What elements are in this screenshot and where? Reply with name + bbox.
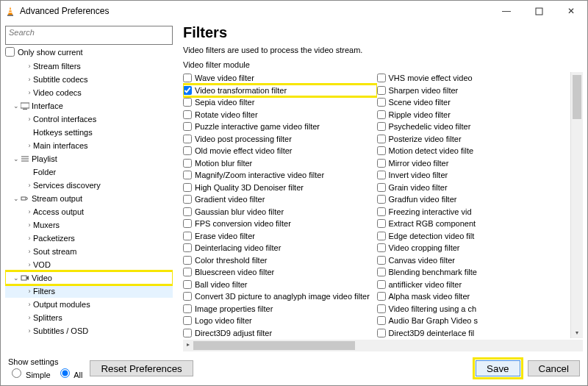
filter-checkbox-input[interactable] (377, 232, 386, 240)
tree-item-subtitles-osd[interactable]: ›Subtitles / OSD (5, 324, 173, 337)
filter-checkbox[interactable]: Direct3D9 adjust filter (183, 327, 377, 339)
filter-checkbox[interactable]: Magnify/Zoom interactive video filter (183, 169, 377, 182)
filter-checkbox-input[interactable] (183, 232, 192, 240)
filter-checkbox-input[interactable] (183, 98, 192, 107)
filter-checkbox[interactable]: Gradient video filter (183, 193, 377, 206)
filter-checkbox[interactable]: Extract RGB component (377, 218, 571, 230)
filter-checkbox[interactable]: Freezing interactive vid (377, 206, 571, 218)
filter-checkbox[interactable]: Canvas video filter (377, 254, 571, 267)
filter-checkbox[interactable]: Posterize video filter (377, 133, 571, 146)
filter-checkbox[interactable]: Alpha mask video filter (377, 290, 571, 303)
show-settings-simple[interactable]: Simple (8, 366, 51, 379)
filter-checkbox-input[interactable] (377, 256, 386, 265)
filter-checkbox-input[interactable] (183, 110, 192, 119)
filter-checkbox[interactable]: Scene video filter (377, 96, 571, 109)
filter-checkbox[interactable]: Psychedelic video filter (377, 121, 571, 133)
filter-checkbox-input[interactable] (183, 146, 192, 155)
filter-checkbox-input[interactable] (183, 256, 192, 265)
filter-checkbox-input[interactable] (377, 86, 386, 95)
filter-checkbox[interactable]: Wave video filter (183, 72, 377, 85)
filter-checkbox[interactable]: Deinterlacing video filter (183, 242, 377, 254)
filter-checkbox[interactable]: Sepia video filter (183, 96, 377, 109)
show-settings-all[interactable]: All (57, 366, 83, 379)
filter-checkbox-input[interactable] (377, 74, 386, 82)
tree-item-output-modules[interactable]: ›Output modules (5, 298, 173, 311)
filter-checkbox-input[interactable] (183, 292, 192, 301)
filter-checkbox-input[interactable] (183, 183, 192, 192)
filter-checkbox-input[interactable] (183, 316, 192, 325)
filter-checkbox-input[interactable] (377, 280, 386, 289)
filter-checkbox[interactable]: Old movie effect video filter (183, 145, 377, 157)
only-show-current-checkbox[interactable]: Only show current (5, 47, 173, 57)
tree-item-folder[interactable]: Folder (5, 165, 173, 179)
filter-checkbox[interactable]: Ripple video filter (377, 109, 571, 121)
filter-checkbox[interactable]: High Quality 3D Denoiser filter (183, 182, 377, 194)
tree-item-filters[interactable]: ›Filters (5, 285, 173, 298)
scroll-right-icon[interactable]: ▸ (183, 340, 193, 350)
filter-checkbox-input[interactable] (183, 86, 192, 95)
filter-checkbox-input[interactable] (183, 304, 192, 313)
filter-checkbox[interactable]: Edge detection video filt (377, 230, 571, 243)
tree-item-services-discovery[interactable]: ›Services discovery (5, 179, 173, 192)
scroll-thumb[interactable] (573, 75, 581, 119)
filter-checkbox-input[interactable] (377, 219, 386, 228)
filter-checkbox[interactable]: Gaussian blur video filter (183, 206, 377, 218)
filter-checkbox[interactable]: Video transformation filter (183, 85, 377, 97)
cancel-button[interactable]: Cancel (528, 360, 581, 376)
tree-item-packetizers[interactable]: ›Packetizers (5, 232, 173, 245)
filter-checkbox-input[interactable] (183, 280, 192, 289)
filter-checkbox-input[interactable] (377, 110, 386, 119)
filter-checkbox-input[interactable] (377, 122, 386, 131)
filter-checkbox-input[interactable] (377, 268, 386, 276)
filter-checkbox[interactable]: Convert 3D picture to anaglyph image vid… (183, 290, 377, 303)
filter-checkbox-input[interactable] (377, 183, 386, 192)
save-button[interactable]: Save (476, 360, 520, 376)
scroll-down-icon[interactable]: ▾ (571, 328, 583, 338)
filter-checkbox[interactable]: Grain video filter (377, 182, 571, 194)
filter-checkbox[interactable]: Motion detect video filte (377, 145, 571, 157)
filter-checkbox-input[interactable] (183, 195, 192, 204)
filter-checkbox-input[interactable] (183, 207, 192, 216)
tree-item-sout-stream[interactable]: ›Sout stream (5, 245, 173, 258)
filter-checkbox[interactable]: Gradfun video filter (377, 193, 571, 206)
search-input[interactable]: Search (5, 26, 173, 45)
horizontal-scrollbar[interactable]: ◂ ▸ (183, 340, 583, 351)
filter-checkbox-input[interactable] (377, 135, 386, 143)
filter-checkbox[interactable]: Audio Bar Graph Video s (377, 315, 571, 327)
filter-checkbox[interactable]: antiflicker video filter (377, 279, 571, 291)
filter-checkbox[interactable]: Logo video filter (183, 315, 377, 327)
tree-item-hotkeys-settings[interactable]: Hotkeys settings (5, 126, 173, 139)
tree-item-muxers[interactable]: ›Muxers (5, 218, 173, 232)
filter-checkbox[interactable]: FPS conversion video filter (183, 218, 377, 230)
filter-checkbox-input[interactable] (183, 159, 192, 168)
filter-checkbox-input[interactable] (377, 207, 386, 216)
tree-item-splitters[interactable]: ›Splitters (5, 311, 173, 324)
tree-item-stream-filters[interactable]: ›Stream filters (5, 60, 173, 73)
tree-item-vod[interactable]: ›VOD (5, 258, 173, 271)
filter-checkbox[interactable]: Image properties filter (183, 303, 377, 315)
filter-checkbox-input[interactable] (377, 329, 386, 337)
filter-checkbox[interactable]: Ball video filter (183, 279, 377, 291)
filter-checkbox[interactable]: Bluescreen video filter (183, 266, 377, 279)
filter-checkbox-input[interactable] (377, 98, 386, 107)
filter-checkbox[interactable]: VHS movie effect video (377, 72, 571, 85)
filter-checkbox-input[interactable] (377, 195, 386, 204)
preferences-tree[interactable]: ›Stream filters ›Subtitle codecs ›Video … (5, 60, 173, 349)
filter-checkbox[interactable]: Erase video filter (183, 230, 377, 243)
tree-item-stream-output[interactable]: ⌄Stream output (5, 192, 173, 205)
filter-checkbox[interactable]: Motion blur filter (183, 157, 377, 170)
filter-checkbox-input[interactable] (183, 122, 192, 131)
filter-checkbox-input[interactable] (377, 292, 386, 301)
filter-checkbox[interactable]: Invert video filter (377, 169, 571, 182)
filter-checkbox-input[interactable] (183, 171, 192, 179)
filter-checkbox-input[interactable] (377, 304, 386, 313)
filter-checkbox-input[interactable] (377, 316, 386, 325)
filter-checkbox-input[interactable] (183, 268, 192, 276)
filter-checkbox[interactable]: Rotate video filter (183, 109, 377, 121)
only-show-current-box[interactable] (5, 47, 15, 57)
filter-checkbox[interactable]: Puzzle interactive game video filter (183, 121, 377, 133)
filter-checkbox-input[interactable] (377, 146, 386, 155)
filter-checkbox-input[interactable] (183, 135, 192, 143)
filter-checkbox[interactable]: Video cropping filter (377, 242, 571, 254)
filter-checkbox[interactable]: Sharpen video filter (377, 85, 571, 97)
